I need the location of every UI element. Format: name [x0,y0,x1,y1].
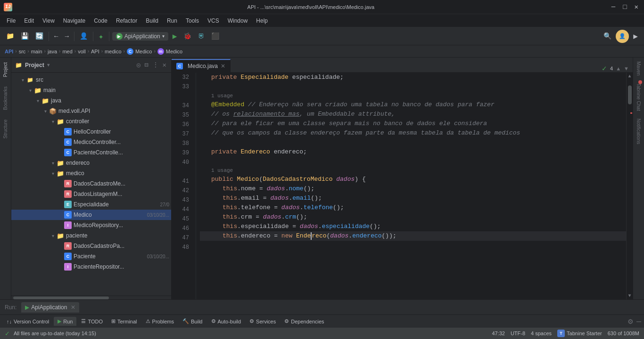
forward-button[interactable]: → [62,31,71,42]
hide-panel-button[interactable]: ✕ [162,60,167,70]
synchronize-button[interactable]: 🔄 [33,31,46,42]
status-tab-terminal[interactable]: ⊞ Terminal [107,317,141,326]
status-tab-problems[interactable]: ⚠ Problems [142,317,178,326]
status-tab-services[interactable]: ⚙ Services [246,317,280,326]
breadcrumb-api2[interactable]: API [91,49,99,54]
scroll-thumb[interactable] [628,85,632,104]
run-config-selector[interactable]: ▶ ApiApplication ▾ [112,32,168,41]
menu-run[interactable]: Run [163,16,181,25]
minimize-button[interactable]: ─ [610,2,617,12]
run-tab-api[interactable]: ▶ ApiApplication ✕ [21,302,79,313]
breadcrumb-medico[interactable]: medico [105,49,121,54]
memory-indicator[interactable]: 630 of 1008M [608,331,639,336]
check-arrow-down[interactable]: ▼ [624,66,629,71]
right-scrollbar[interactable]: ▲ ▼ [626,73,633,299]
breadcrumb-med[interactable]: med [62,49,72,54]
tabnine-chat-tab[interactable]: Tabnine Chat [634,79,643,115]
run-tab-close[interactable]: ✕ [71,304,75,311]
tree-item-paciente-folder[interactable]: ▾ 📁 paciente [11,230,171,241]
menu-code[interactable]: Code [90,16,111,25]
menu-view[interactable]: View [39,16,58,25]
collapse-all-button[interactable]: ⊟ [143,60,149,70]
breadcrumb-main[interactable]: main [31,49,42,54]
project-scrollbar[interactable] [11,296,171,299]
menu-vcs[interactable]: VCS [204,16,223,25]
check-arrow-up[interactable]: ▲ [616,66,621,71]
scroll-up-arrow[interactable]: ▲ [627,73,632,80]
tree-item-main[interactable]: ▾ 📁 main [11,85,171,95]
status-tab-autobuild[interactable]: ⚙ Auto-build [207,317,245,326]
menu-edit[interactable]: Edit [20,16,38,25]
back-button[interactable]: ← [52,31,60,42]
maximize-button[interactable]: □ [621,2,628,12]
status-gear-button[interactable]: ⚙ [627,318,634,325]
scroll-track[interactable] [627,81,632,291]
tree-item-paciente-repo[interactable]: I PacienteRepositor... [11,262,171,272]
tree-item-hello-controller[interactable]: C HelloController [11,127,171,137]
tree-item-dados-listagem[interactable]: R DadosListagemM... [11,189,171,199]
tree-item-medico-controller[interactable]: C MedicoController... [11,137,171,147]
tree-item-pkg[interactable]: ▾ 📦 med.voll.API [11,106,171,116]
tree-item-java[interactable]: ▾ 📁 java [11,95,171,106]
run-label: Run: [5,304,17,311]
sidebar-tab-project[interactable]: Project [1,58,10,82]
indent[interactable]: 4 spaces [531,331,552,336]
tree-options-button[interactable]: ⋮ [151,60,160,70]
settings-button[interactable]: ▶ [631,30,640,42]
tree-item-dados-cadastro[interactable]: R DadosCadastroMe... [11,178,171,189]
tree-item-medico-repo[interactable]: I MedicoRepository... [11,220,171,230]
breadcrumb-java[interactable]: java [48,49,57,54]
menu-refactor[interactable]: Refactor [112,16,141,25]
navigate-button[interactable]: 👤 [77,31,90,42]
breadcrumb-medico-method[interactable]: m Medico [157,48,182,55]
menu-window[interactable]: Window [224,16,252,25]
status-tab-dependencies[interactable]: ⚙ Dependencies [281,317,328,326]
tree-item-paciente[interactable]: C Paciente 03/10/20... [11,251,171,262]
user-avatar[interactable]: 👤 [616,30,629,43]
tree-item-controller[interactable]: ▾ 📁 controller [11,116,171,127]
tab-close-button[interactable]: ✕ [221,63,225,69]
debug-button[interactable]: 🐞 [181,31,194,42]
menu-build[interactable]: Build [142,16,162,25]
breadcrumb-voll[interactable]: voll [78,49,86,54]
menu-tools[interactable]: Tools [182,16,203,25]
project-dropdown-arrow[interactable]: ▾ [47,62,50,68]
status-tab-version-control[interactable]: ↑↓ Version Control [3,317,53,326]
encoding[interactable]: UTF-8 [511,331,525,336]
breadcrumb-src[interactable]: src [19,49,26,54]
menu-navigate[interactable]: Navigate [59,16,89,25]
tree-item-especialidade[interactable]: E Especialidade 27/0 [11,199,171,210]
breadcrumb-medico-file[interactable]: C Medico [127,48,152,55]
scroll-down-arrow[interactable]: ▼ [627,292,632,299]
editor-tab-medico[interactable]: C Medico.java ✕ [172,59,231,72]
add-button[interactable]: ✦ [96,30,106,43]
notifications-tab[interactable]: Notifications [634,115,643,148]
menu-help[interactable]: Help [252,16,272,25]
search-everywhere-button[interactable]: 🔍 [601,31,614,42]
stop-button[interactable]: ⬛ [209,31,222,42]
status-tab-run[interactable]: ▶ Run [54,317,76,326]
breadcrumb-api[interactable]: API [5,49,13,54]
tree-item-medico[interactable]: C Medico 03/10/20... [11,210,171,220]
status-minimize-button[interactable]: ─ [636,318,641,325]
save-all-button[interactable]: 💾 [18,31,31,42]
status-tab-todo[interactable]: ☰ TODO [77,317,107,326]
status-tab-build[interactable]: 🔨 Build [179,317,206,326]
tree-item-paciente-controller[interactable]: C PacienteControlle... [11,147,171,158]
tree-item-dados-cadastro-pa[interactable]: R DadosCadastroPa... [11,241,171,251]
locate-file-button[interactable]: ◎ [136,60,141,70]
menu-file[interactable]: File [3,16,19,25]
maven-tab[interactable]: Maven [634,58,643,79]
tree-item-endereco[interactable]: ▾ 📁 endereco [11,158,171,168]
tree-item-src[interactable]: ▾ 📁 src [11,75,171,85]
cursor-position[interactable]: 47:32 [492,331,505,336]
open-file-button[interactable]: 📁 [4,31,17,42]
sidebar-tab-structure[interactable]: Structure [1,115,10,144]
coverage-button[interactable]: ⛨ [196,31,207,42]
sidebar-tab-bookmarks[interactable]: Bookmarks [1,82,10,115]
tabnine-badge[interactable]: T Tabnine Starter [557,330,602,337]
code-editor[interactable]: private Especialidade especialidade; 1 u… [196,73,626,299]
tree-item-medico-folder[interactable]: ▾ 📁 medico [11,168,171,178]
close-button[interactable]: ✕ [633,2,640,12]
run-button[interactable]: ▶ [170,30,180,42]
